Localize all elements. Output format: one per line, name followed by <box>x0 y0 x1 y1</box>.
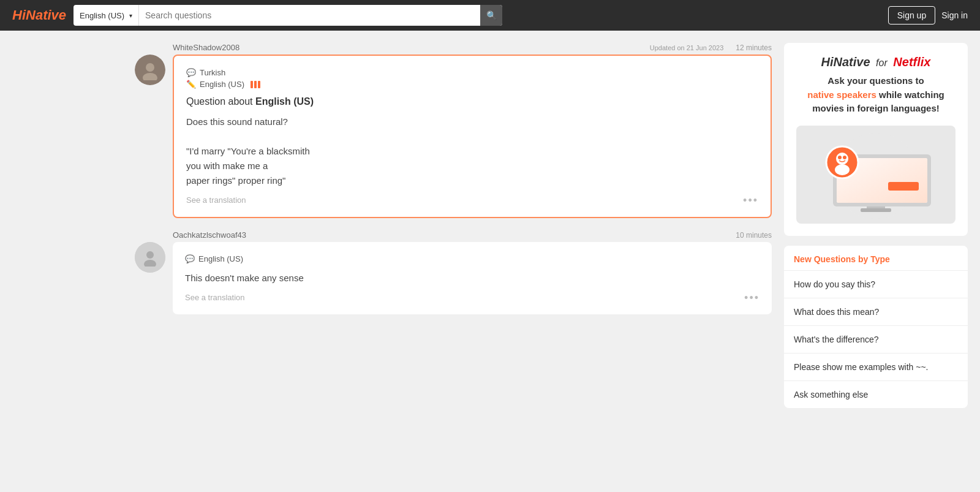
question-card-wrapper-1: WhiteShadow2008 Updated on 21 Jun 2023 1… <box>135 43 772 218</box>
svg-point-2 <box>146 251 154 259</box>
svg-rect-6 <box>861 208 891 212</box>
avatar-generic-2 <box>135 242 165 273</box>
search-button[interactable]: 🔍 <box>480 5 502 26</box>
logo: HiNative <box>12 7 66 23</box>
native-lang-tag-1: 💬 Turkish <box>186 68 758 77</box>
learning-lang-tag-1: ✏️ English (US) <box>186 80 758 89</box>
svg-point-3 <box>144 260 156 267</box>
timestamp-2: 10 minutes <box>736 231 772 240</box>
svg-point-16 <box>843 156 846 159</box>
avatar-1 <box>135 55 165 85</box>
question-type-examples[interactable]: Please show me examples with ~~. <box>784 353 968 380</box>
header: HiNative English (US) ▾ 🔍 Sign up Sign i… <box>0 0 980 31</box>
more-options-2[interactable]: ••• <box>744 292 760 305</box>
left-spacer <box>12 43 123 408</box>
promo-title: HiNative for Netflix <box>796 55 956 69</box>
question-type-other[interactable]: Ask something else <box>784 380 968 408</box>
chevron-down-icon: ▾ <box>129 12 132 19</box>
netflix-promo: HiNative for Netflix Ask your questions … <box>784 43 968 236</box>
see-translation-1[interactable]: See a translation <box>186 195 758 205</box>
question-title-1: Question about English (US) <box>186 96 758 107</box>
search-icon: 🔍 <box>486 10 497 20</box>
signup-button[interactable]: Sign up <box>888 6 935 25</box>
lang-tags-1: 💬 Turkish ✏️ English (US) <box>186 68 758 89</box>
bar-1 <box>251 81 253 88</box>
native-lang-label-1: Turkish <box>200 68 225 77</box>
main-layout: WhiteShadow2008 Updated on 21 Jun 2023 1… <box>0 31 980 420</box>
username-2: Oachkatzlschwoaf43 <box>173 230 246 240</box>
speech-bubble-icon: 💬 <box>186 68 196 77</box>
svg-point-14 <box>835 164 850 175</box>
feed: WhiteShadow2008 Updated on 21 Jun 2023 1… <box>135 43 772 408</box>
svg-point-0 <box>146 63 154 72</box>
bar-2 <box>254 81 257 88</box>
pencil-icon: ✏️ <box>186 80 196 89</box>
question-card-1: 💬 Turkish ✏️ English (US) <box>173 55 772 218</box>
question-type-how-to-say[interactable]: How do you say this? <box>784 270 968 298</box>
promo-highlight: native speakers <box>807 89 876 100</box>
promo-for: for <box>876 58 888 68</box>
language-selector[interactable]: English (US) ▾ <box>74 5 139 26</box>
question-type-difference[interactable]: What's the difference? <box>784 325 968 353</box>
new-questions-title: New Questions by Type <box>784 246 968 270</box>
question-type-what-does-mean[interactable]: What does this mean? <box>784 298 968 325</box>
promo-image <box>796 126 956 224</box>
question-card-wrapper-2: Oachkatzlschwoaf43 10 minutes <box>135 230 772 314</box>
username-1: WhiteShadow2008 <box>173 43 239 52</box>
learning-lang-label-1: English (US) <box>200 80 244 89</box>
signin-button[interactable]: Sign in <box>941 10 968 20</box>
question-card-2: 💬 English (US) This doesn't make any sen… <box>173 242 772 314</box>
promo-hinative: HiNative <box>821 55 870 69</box>
avatar-2 <box>135 242 165 273</box>
sidebar: HiNative for Netflix Ask your questions … <box>784 43 968 408</box>
new-questions-section: New Questions by Type How do you say thi… <box>784 246 968 408</box>
promo-description: Ask your questions to native speakers wh… <box>796 74 956 116</box>
updated-1: Updated on 21 Jun 2023 <box>650 44 724 51</box>
level-bars-1 <box>251 81 260 88</box>
promo-netflix: Netflix <box>893 55 930 69</box>
search-input[interactable] <box>139 10 480 20</box>
bar-3 <box>258 81 260 88</box>
see-translation-2[interactable]: See a translation <box>185 293 760 302</box>
learning-lang-label-2: English (US) <box>198 254 243 263</box>
svg-point-15 <box>838 156 842 159</box>
header-actions: Sign up Sign in <box>888 6 968 25</box>
speech-bubble-icon-2: 💬 <box>185 254 195 263</box>
more-options-1[interactable]: ••• <box>743 194 758 207</box>
question-body-2: This doesn't make any sense <box>185 271 760 286</box>
svg-point-1 <box>143 73 157 80</box>
timestamp-1: 12 minutes <box>736 44 772 52</box>
svg-point-13 <box>836 153 848 165</box>
svg-rect-10 <box>888 182 919 191</box>
learning-lang-tag-2: 💬 English (US) <box>185 254 760 263</box>
question-body-1: Does this sound natural? "I'd marry "You… <box>186 115 758 188</box>
lang-tags-2: 💬 English (US) <box>185 254 760 263</box>
search-bar: English (US) ▾ 🔍 <box>74 5 502 26</box>
avatar-image-1 <box>135 55 165 85</box>
selected-language: English (US) <box>80 11 124 20</box>
